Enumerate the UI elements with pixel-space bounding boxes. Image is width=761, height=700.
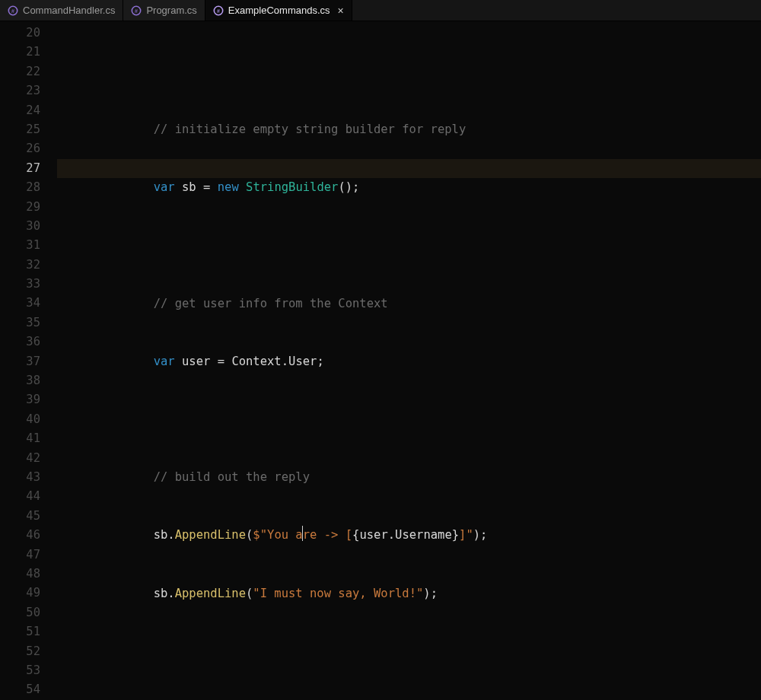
line-number: 29 <box>0 198 57 217</box>
line-number: 30 <box>0 217 57 236</box>
line-number: 46 <box>0 526 57 545</box>
line-number: 42 <box>0 449 57 468</box>
line-number: 32 <box>0 256 57 275</box>
line-number: 41 <box>0 429 57 448</box>
csharp-file-icon: # <box>8 5 18 16</box>
tab-examplecommands[interactable]: # ExampleCommands.cs × <box>205 0 352 21</box>
close-icon[interactable]: × <box>338 5 344 16</box>
line-number: 51 <box>0 622 57 641</box>
line-number: 23 <box>0 81 57 100</box>
line-number: 21 <box>0 43 57 62</box>
line-number: 35 <box>0 313 57 332</box>
line-number: 48 <box>0 565 57 584</box>
line-number: 28 <box>0 178 57 197</box>
line-number: 45 <box>0 507 57 526</box>
line-number: 47 <box>0 546 57 565</box>
line-number: 37 <box>0 352 57 371</box>
line-number: 20 <box>0 24 57 43</box>
tab-commandhandler[interactable]: # CommandHandler.cs <box>0 0 123 21</box>
line-number: 22 <box>0 62 57 81</box>
current-line-highlight <box>57 159 761 178</box>
line-number: 36 <box>0 332 57 352</box>
editor[interactable]: 2021222324252627282930313233343536373839… <box>0 21 761 700</box>
line-number: 38 <box>0 371 57 390</box>
line-number: 50 <box>0 603 57 622</box>
svg-text:#: # <box>135 8 138 13</box>
line-number: 52 <box>0 642 57 661</box>
tab-label: Program.cs <box>146 5 196 16</box>
line-number: 40 <box>0 410 57 429</box>
line-number: 49 <box>0 584 57 603</box>
line-number: 24 <box>0 101 57 120</box>
tab-label: CommandHandler.cs <box>23 5 115 16</box>
svg-text:#: # <box>217 8 220 13</box>
line-number: 27 <box>0 159 57 178</box>
line-number: 33 <box>0 275 57 294</box>
tab-label: ExampleCommands.cs <box>228 5 330 16</box>
line-number-gutter: 2021222324252627282930313233343536373839… <box>0 21 57 700</box>
line-number: 44 <box>0 487 57 506</box>
tab-program[interactable]: # Program.cs <box>123 0 205 21</box>
line-number: 39 <box>0 390 57 409</box>
code-area[interactable]: // initialize empty string builder for r… <box>57 21 761 700</box>
csharp-file-icon: # <box>213 5 224 16</box>
csharp-file-icon: # <box>131 5 142 16</box>
line-number: 34 <box>0 294 57 313</box>
line-number: 26 <box>0 139 57 158</box>
line-number: 31 <box>0 236 57 255</box>
line-number: 25 <box>0 120 57 139</box>
line-number: 53 <box>0 661 57 680</box>
comment: // initialize empty string builder for r… <box>154 123 466 136</box>
line-number: 43 <box>0 468 57 487</box>
svg-text:#: # <box>11 8 14 13</box>
line-number: 54 <box>0 680 57 699</box>
tab-bar: # CommandHandler.cs # Program.cs # Examp… <box>0 0 761 21</box>
